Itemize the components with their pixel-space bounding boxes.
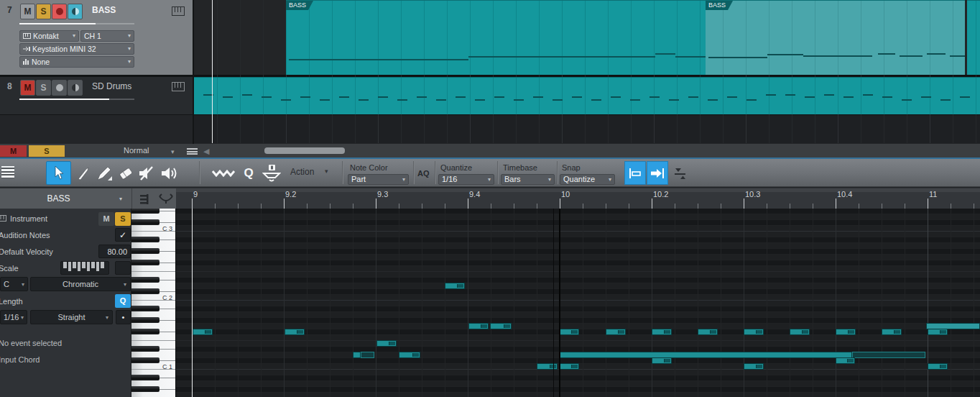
instrument-editor-icon[interactable] — [172, 6, 185, 16]
note-end-handle[interactable] — [664, 330, 670, 334]
midi-note[interactable] — [559, 363, 579, 370]
mute-button[interactable]: M — [20, 4, 35, 19]
instrument-dropdown[interactable]: Kontakt ▾ — [19, 30, 79, 42]
midi-note[interactable] — [652, 329, 672, 335]
scroll-left-icon[interactable]: ◀ — [203, 147, 209, 156]
midi-note[interactable] — [445, 283, 465, 289]
arrange-clip-bass[interactable] — [967, 0, 980, 75]
midi-note[interactable] — [836, 329, 856, 335]
mute-button[interactable]: M — [20, 80, 35, 96]
midi-note[interactable] — [490, 323, 512, 329]
midi-note[interactable] — [606, 329, 626, 335]
midi-note[interactable] — [468, 323, 489, 329]
note-end-handle[interactable] — [664, 359, 670, 362]
arrange-clip-bass[interactable]: BASS — [286, 0, 706, 75]
expand-collapse-button[interactable] — [671, 161, 690, 185]
editor-solo-chip[interactable]: S — [29, 145, 65, 157]
black-key[interactable] — [131, 260, 160, 265]
monitor-button[interactable] — [68, 80, 83, 96]
black-key[interactable] — [131, 329, 160, 334]
note-end-handle[interactable] — [297, 330, 303, 334]
note-end-handle[interactable] — [481, 324, 487, 328]
chevron-down-icon[interactable]: ▾ — [325, 168, 328, 175]
arrangement-playhead[interactable] — [212, 0, 213, 143]
swing-dropdown[interactable]: Straight ▾ — [30, 310, 113, 324]
midi-note[interactable] — [744, 329, 764, 335]
midi-note[interactable] — [285, 329, 305, 335]
midi-note[interactable] — [193, 329, 213, 335]
snap-to-end-button[interactable] — [647, 161, 668, 185]
note-end-handle[interactable] — [940, 330, 946, 334]
mode-dropdown[interactable]: Normal — [124, 146, 149, 155]
volume-slider-track[interactable] — [109, 99, 134, 100]
instrument-editor-icon[interactable] — [172, 82, 185, 91]
black-key[interactable] — [131, 237, 160, 242]
volume-slider-track[interactable] — [96, 23, 134, 24]
playhead[interactable] — [192, 209, 193, 397]
note-end-handle[interactable] — [940, 365, 946, 368]
key-dropdown[interactable]: C ▾ — [0, 277, 28, 291]
note-end-handle[interactable] — [756, 330, 762, 334]
black-key[interactable] — [131, 219, 160, 225]
midi-note[interactable] — [836, 357, 855, 364]
channel-dropdown[interactable]: CH 1 ▾ — [80, 30, 134, 42]
note-end-handle[interactable] — [618, 330, 624, 334]
midi-note[interactable] — [652, 357, 672, 364]
event-list-icon[interactable] — [139, 193, 149, 205]
monitor-button[interactable] — [68, 4, 83, 19]
default-velocity-field[interactable]: 80.00 — [98, 245, 131, 258]
midi-note[interactable] — [537, 363, 558, 370]
solo-button[interactable]: S — [36, 80, 51, 96]
volume-slider-value[interactable] — [19, 99, 109, 100]
editor-track-selector[interactable]: BASS ▾ — [0, 188, 131, 209]
midi-note[interactable] — [376, 340, 397, 347]
menu-icon[interactable] — [187, 148, 198, 155]
note-end-handle[interactable] — [457, 284, 463, 288]
midi-note[interactable] — [852, 352, 925, 358]
midi-input-dropdown[interactable]: Keystation MINI 32 ▾ — [19, 43, 134, 55]
arrow-tool-button[interactable] — [46, 161, 71, 185]
note-end-handle[interactable] — [412, 353, 419, 357]
note-end-handle[interactable] — [710, 330, 716, 334]
note-end-handle[interactable] — [504, 324, 510, 328]
solo-button[interactable]: S — [36, 4, 51, 19]
aq-button[interactable]: AQ — [417, 169, 430, 178]
midi-note[interactable] — [399, 352, 420, 358]
scale-checkbox[interactable] — [115, 261, 131, 275]
timeline-ruler[interactable]: 99.29.39.41010.210.310.411 — [176, 188, 980, 209]
midi-note[interactable] — [790, 329, 810, 335]
black-key[interactable] — [131, 346, 160, 352]
editor-menu-icon[interactable] — [1, 166, 14, 178]
action-menu[interactable]: Action — [290, 167, 314, 177]
volume-slider-value[interactable] — [19, 23, 96, 24]
midi-note[interactable] — [698, 329, 718, 335]
timebase-dropdown[interactable]: Bars ▾ — [501, 174, 555, 185]
black-key[interactable] — [131, 288, 160, 294]
note-end-handle[interactable] — [802, 330, 808, 334]
output-dropdown[interactable]: None ▾ — [19, 56, 134, 68]
midi-note[interactable] — [361, 352, 374, 358]
split-tool-button[interactable] — [73, 161, 94, 185]
midi-note[interactable] — [928, 363, 948, 370]
black-key[interactable] — [131, 317, 160, 323]
black-key[interactable] — [131, 306, 160, 311]
inspector-solo-button[interactable]: S — [115, 212, 131, 226]
record-arm-button[interactable] — [52, 4, 67, 19]
black-key[interactable] — [131, 386, 160, 392]
black-key[interactable] — [131, 248, 160, 254]
dot-button[interactable]: • — [116, 310, 131, 324]
track-row-bass[interactable]: 7 M S BASS Kontakt ▾ CH 1 ▾ — [0, 0, 193, 75]
midi-note[interactable] — [353, 352, 361, 358]
mute-tool-button[interactable] — [136, 161, 157, 185]
black-key[interactable] — [131, 357, 160, 363]
editor-mute-chip[interactable]: M — [0, 145, 27, 157]
length-value-dropdown[interactable]: 1/16 ▾ — [0, 310, 27, 324]
note-end-handle[interactable] — [571, 330, 578, 334]
note-end-handle[interactable] — [205, 330, 211, 334]
paint-tool-button[interactable] — [93, 161, 115, 185]
pump-tool-button[interactable] — [259, 161, 285, 185]
black-key[interactable] — [131, 277, 160, 283]
inspector-mute-button[interactable]: M — [98, 212, 114, 226]
track-row-sd-drums[interactable]: 8 M S SD Drums — [0, 77, 193, 114]
snap-to-grid-button[interactable] — [624, 161, 646, 185]
